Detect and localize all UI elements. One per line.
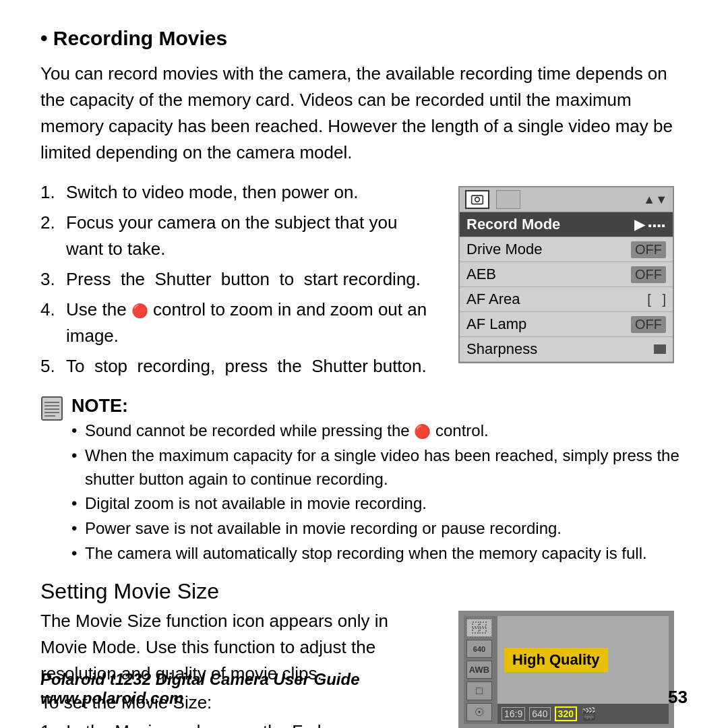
res-640: 640 xyxy=(529,707,550,721)
movie-sidebar: 640 AWB □ ☉ xyxy=(464,616,497,724)
step-1-num: 1. xyxy=(40,179,59,206)
step-3-text: Press the Shutter button to start record… xyxy=(66,266,438,293)
cam-row-sharpness-val xyxy=(654,342,666,357)
svg-rect-9 xyxy=(480,622,486,627)
step-3-num: 3. xyxy=(40,266,59,293)
note-icon xyxy=(40,396,63,426)
high-quality-badge: High Quality xyxy=(504,648,608,672)
step-4-text: Use the 🔴 control to zoom in and zoom ou… xyxy=(66,297,438,349)
page-title: Recording Movies xyxy=(40,27,688,50)
movie-size-right: 640 AWB □ ☉ xyxy=(458,608,688,728)
movie-size-body: The Movie Size function icon appears onl… xyxy=(40,608,688,728)
step-2: 2. Focus your camera on the subject that… xyxy=(40,210,438,262)
movie-size-left: The Movie Size function icon appears onl… xyxy=(40,608,438,728)
cam-row-sharpness: Sharpness xyxy=(460,337,673,362)
step-2-text: Focus your camera on the subject that yo… xyxy=(66,210,438,262)
svg-rect-8 xyxy=(473,622,479,627)
cam-row-af-area-val: [ ] xyxy=(647,292,666,307)
step-1-text: Switch to video mode, then power on. xyxy=(66,179,438,206)
step-5-num: 5. xyxy=(40,353,59,380)
sidebar-icon-play: □ xyxy=(466,681,492,700)
cam-row-aeb: AEB OFF xyxy=(460,262,673,287)
svg-rect-10 xyxy=(473,628,479,633)
movie-size-title: Setting Movie Size xyxy=(40,579,688,604)
footer-left: Polaroid t1232 Digital Camera User Guide… xyxy=(40,670,360,708)
sidebar-icon-awb: AWB xyxy=(466,661,492,679)
sidebar-icon-scene: ☉ xyxy=(466,703,492,721)
res-movie-icon: 🎬 xyxy=(581,706,596,721)
brand-name: Polaroid t1232 Digital Camera User Guide xyxy=(40,670,360,689)
website-url: www.polaroid.com xyxy=(40,689,360,708)
svg-rect-2 xyxy=(42,397,62,420)
camera-mode-icon xyxy=(496,190,520,209)
footer: Polaroid t1232 Digital Camera User Guide… xyxy=(40,670,688,708)
note-bullets-list: Sound cannot be recorded while pressing … xyxy=(71,419,688,566)
note-bullet-1: Sound cannot be recorded while pressing … xyxy=(71,419,688,443)
note-bullet-5: The camera will automatically stop recor… xyxy=(71,542,688,566)
movie-step-1-text: In the Movie mode press the Fn key. xyxy=(66,719,438,728)
note-bullet-3: Digital zoom is not available in movie r… xyxy=(71,492,688,516)
camera-menu-header: ▲▼ xyxy=(460,187,673,212)
note-section: NOTE: Sound cannot be recorded while pre… xyxy=(40,396,688,567)
camera-menu: ▲▼ Record Mode ▶ ▪▪▪▪ Drive Mode OFF AEB… xyxy=(458,186,674,363)
step-4: 4. Use the 🔴 control to zoom in and zoom… xyxy=(40,297,438,349)
svg-rect-11 xyxy=(480,628,486,633)
cam-row-drive-mode: Drive Mode OFF xyxy=(460,237,673,262)
page-number: 53 xyxy=(668,687,688,708)
cam-row-af-area-label: AF Area xyxy=(466,291,520,308)
cam-row-af-lamp: AF Lamp OFF xyxy=(460,312,673,337)
control-icon-1: 🔴 xyxy=(414,422,431,442)
steps-left: 1. Switch to video mode, then power on. … xyxy=(40,179,438,384)
cam-row-sharpness-label: Sharpness xyxy=(466,340,537,358)
res-16-9: 16:9 xyxy=(502,707,525,721)
cam-row-aeb-label: AEB xyxy=(466,266,496,283)
note-bullet-2: When the maximum capacity for a single v… xyxy=(71,444,688,491)
step-5-text: To stop recording, press the Shutter but… xyxy=(66,353,438,380)
cam-row-record-mode-val: ▶ ▪▪▪▪ xyxy=(634,216,666,233)
note-bullet-4: Power save is not available in movie rec… xyxy=(71,517,688,541)
svg-point-1 xyxy=(475,198,480,202)
movie-ui: 640 AWB □ ☉ xyxy=(458,611,674,728)
camera-nav-arrows: ▲▼ xyxy=(643,193,667,207)
cam-row-record-mode: Record Mode ▶ ▪▪▪▪ xyxy=(460,212,673,237)
movie-step-1-num: 1. xyxy=(40,719,59,728)
note-content: NOTE: Sound cannot be recorded while pre… xyxy=(71,396,688,567)
page: Recording Movies You can record movies w… xyxy=(0,0,728,728)
step-4-num: 4. xyxy=(40,297,59,349)
cam-row-af-lamp-val: OFF xyxy=(631,316,666,333)
camera-lens-icon xyxy=(465,190,489,209)
steps-section: 1. Switch to video mode, then power on. … xyxy=(40,179,688,384)
step-5: 5. To stop recording, press the Shutter … xyxy=(40,353,438,380)
res-320-selected: 320 xyxy=(555,706,577,721)
intro-text: You can record movies with the camera, t… xyxy=(40,61,688,166)
cam-row-aeb-val: OFF xyxy=(631,266,666,283)
cam-row-af-lamp-label: AF Lamp xyxy=(466,315,526,333)
cam-row-drive-mode-val: OFF xyxy=(631,241,666,258)
sidebar-icon-grid xyxy=(466,619,492,637)
zoom-icon: 🔴 xyxy=(131,301,148,321)
step-2-num: 2. xyxy=(40,210,59,262)
movie-steps-list: 1. In the Movie mode press the Fn key. 2… xyxy=(40,719,438,728)
steps-list: 1. Switch to video mode, then power on. … xyxy=(40,179,438,380)
step-1: 1. Switch to video mode, then power on. xyxy=(40,179,438,206)
note-title: NOTE: xyxy=(71,396,688,417)
step-3: 3. Press the Shutter button to start rec… xyxy=(40,266,438,293)
cam-row-record-mode-label: Record Mode xyxy=(466,216,560,233)
sidebar-icon-640: 640 xyxy=(466,640,492,658)
movie-step-1: 1. In the Movie mode press the Fn key. xyxy=(40,719,438,728)
cam-row-af-area: AF Area [ ] xyxy=(460,287,673,312)
cam-row-drive-mode-label: Drive Mode xyxy=(466,241,542,258)
camera-menu-container: ▲▼ Record Mode ▶ ▪▪▪▪ Drive Mode OFF AEB… xyxy=(458,179,688,384)
